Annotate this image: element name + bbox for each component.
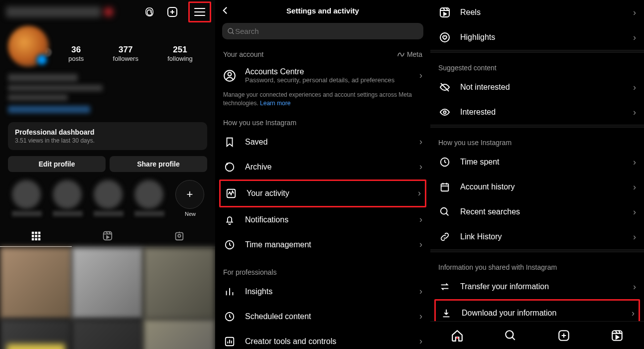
tab-grid[interactable] [0, 225, 72, 247]
svg-rect-17 [227, 189, 236, 197]
time-management-row[interactable]: Time management › [215, 232, 430, 257]
tab-tagged[interactable] [143, 225, 215, 247]
reels-icon [438, 6, 451, 19]
insights-row[interactable]: Insights › [215, 279, 430, 304]
svg-rect-21 [440, 8, 449, 17]
search-input[interactable] [235, 27, 418, 35]
threads-icon[interactable] [142, 5, 156, 19]
create-post-icon[interactable] [165, 5, 179, 19]
eye-off-icon [438, 81, 451, 94]
chevron-right-icon: › [633, 82, 636, 93]
post-tile[interactable] [143, 319, 215, 349]
dashboard-title: Professional dashboard [15, 128, 200, 136]
link-icon [438, 230, 451, 243]
chevron-right-icon: › [633, 32, 636, 43]
section-info-shared: Information you shared with Instagram [430, 252, 644, 274]
dashboard-subtitle: 3.51 views in the last 30 days. [15, 137, 200, 144]
time-spent-row[interactable]: Time spent › [430, 150, 644, 174]
tab-reels[interactable] [72, 225, 143, 247]
avatar[interactable] [8, 26, 49, 67]
highlight-blur[interactable] [53, 180, 82, 209]
notifications-row[interactable]: Notifications › [215, 207, 430, 232]
search-box[interactable] [222, 23, 423, 39]
saved-row[interactable]: Saved › [215, 130, 430, 155]
svg-rect-1 [32, 232, 34, 234]
calendar-icon [438, 180, 451, 193]
svg-rect-7 [32, 238, 34, 241]
highlight-blur[interactable] [12, 180, 41, 209]
chevron-right-icon: › [633, 207, 636, 217]
nav-home[interactable] [451, 329, 464, 342]
creator-tools-row[interactable]: Creator tools and controls › [215, 329, 430, 349]
back-icon[interactable] [220, 5, 230, 15]
scheduled-row[interactable]: Scheduled content › [215, 304, 430, 329]
recent-searches-row[interactable]: Recent searches › [430, 199, 644, 224]
share-profile-button[interactable]: Share profile [110, 156, 207, 172]
bio-line-blur [8, 94, 68, 101]
stat-followers[interactable]: 377followers [113, 45, 138, 67]
svg-point-22 [440, 33, 449, 42]
highlights-row[interactable]: Highlights › [430, 25, 644, 50]
bottom-nav [430, 321, 644, 349]
not-interested-row[interactable]: Not interested › [430, 75, 644, 100]
professional-dashboard-card[interactable]: Professional dashboard 3.51 views in the… [8, 122, 207, 150]
transfer-icon [438, 280, 451, 293]
svg-point-23 [444, 111, 446, 114]
stat-following[interactable]: 251following [167, 45, 193, 67]
post-tile[interactable] [72, 247, 143, 319]
download-icon [440, 307, 453, 320]
chevron-right-icon: › [633, 107, 636, 118]
post-tile[interactable] [0, 247, 72, 319]
activity-icon [225, 187, 238, 200]
accounts-centre-row[interactable]: Accounts CentrePassword, security, perso… [215, 61, 430, 90]
svg-rect-5 [35, 235, 37, 237]
svg-rect-3 [38, 232, 41, 234]
archive-row[interactable]: Archive › [215, 155, 430, 179]
chevron-right-icon: › [419, 239, 422, 250]
stat-posts[interactable]: 36posts [68, 45, 84, 67]
edit-profile-button[interactable]: Edit profile [8, 156, 106, 172]
learn-more-link[interactable]: Learn more [260, 100, 290, 107]
username-blur [6, 6, 101, 17]
download-info-row[interactable]: Download your information › [436, 301, 639, 321]
clock-icon [223, 238, 236, 251]
chevron-right-icon: › [633, 157, 636, 168]
highlight-new[interactable]: + [175, 180, 204, 209]
highlights-row: +New [0, 172, 215, 216]
chevron-right-icon: › [419, 70, 422, 81]
bell-icon [223, 213, 236, 226]
highlight-blur[interactable] [134, 180, 163, 209]
post-tile[interactable] [143, 247, 215, 319]
search-icon [438, 205, 451, 218]
archive-icon [223, 161, 236, 174]
chevron-right-icon: › [419, 214, 422, 225]
interested-row[interactable]: Interested › [430, 100, 644, 125]
clock-icon [438, 156, 451, 169]
chevron-right-icon: › [419, 286, 422, 297]
hamburger-menu-icon[interactable] [193, 5, 207, 19]
nav-search[interactable] [504, 329, 517, 342]
highlight-blur[interactable] [94, 180, 123, 209]
chevron-right-icon: › [633, 182, 636, 192]
account-history-row[interactable]: Account history › [430, 174, 644, 199]
post-tile[interactable] [72, 319, 143, 349]
transfer-info-row[interactable]: Transfer your information › [430, 274, 644, 299]
svg-rect-29 [613, 331, 623, 341]
svg-rect-11 [176, 233, 183, 240]
your-activity-row[interactable]: Your activity › [221, 181, 425, 206]
nav-create[interactable] [557, 329, 570, 342]
svg-rect-4 [32, 235, 34, 237]
nav-reels[interactable] [611, 329, 624, 342]
chevron-right-icon: › [418, 188, 421, 198]
chevron-right-icon: › [419, 137, 422, 147]
svg-point-12 [178, 234, 181, 237]
chevron-right-icon: › [633, 232, 636, 242]
svg-rect-10 [104, 232, 112, 240]
link-history-row[interactable]: Link History › [430, 224, 644, 249]
your-activity-highlight: Your activity › [219, 179, 426, 207]
post-tile[interactable] [0, 319, 72, 349]
svg-point-13 [228, 28, 233, 33]
section-how-you-use: How you use Instagram [215, 108, 430, 130]
profile-column: Customize? 36posts 377followers 251follo… [0, 0, 215, 349]
reels-row[interactable]: Reels › [430, 0, 644, 25]
